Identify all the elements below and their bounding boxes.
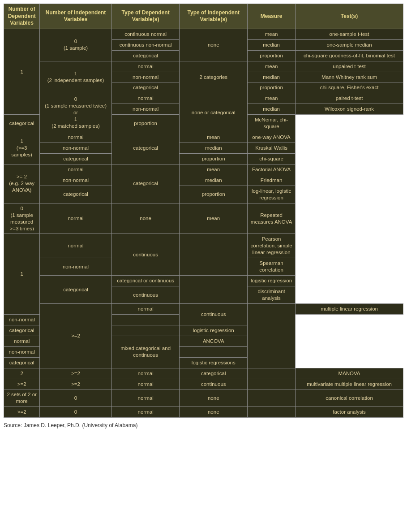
test-cell: Kruskal Wallis: [248, 143, 296, 154]
test-cell: logistic regressions: [180, 357, 248, 368]
measure-cell: proportion: [180, 154, 248, 164]
test-cell: chi-square, Fisher's exact: [296, 82, 403, 93]
dep-type-cell: categorical: [4, 115, 40, 132]
indep-vars-cell: >= 2(e.g. 2-way ANOVA): [4, 164, 40, 203]
indep-type-cell: 2 categories: [180, 61, 248, 93]
indep-vars-cell: 0(1 sample measured >=3 times): [4, 203, 40, 234]
dep-type-cell: normal: [111, 93, 180, 104]
test-cell: multivariate multiple linear regression: [296, 379, 403, 389]
measure-cell: median: [248, 39, 296, 50]
indep-type-cell: mixed categorical and continuous: [111, 336, 180, 368]
indep-vars-cell: >=2: [40, 368, 112, 379]
dep-vars-cell: >=2: [4, 379, 40, 389]
dep-type-cell: continuous normal: [111, 29, 180, 39]
measure-cell: [180, 276, 248, 304]
dep-type-cell: normal: [40, 203, 112, 234]
indep-type-cell: continuous: [180, 379, 248, 389]
measure-cell: mean: [180, 203, 248, 234]
indep-type-cell: continuous: [180, 303, 248, 325]
test-cell: [180, 346, 248, 357]
indep-type-cell: categorical: [111, 164, 180, 203]
test-cell: paired t-test: [296, 93, 403, 104]
measure-cell: [248, 303, 296, 368]
measure-cell: mean: [248, 61, 296, 72]
test-cell: Mann Whitney rank sum: [296, 72, 403, 82]
dep-type-cell: non-normal: [40, 175, 112, 186]
test-cell: Spearman correlation: [248, 258, 296, 276]
header-test: Test(s): [296, 4, 403, 29]
indep-type-cell: none: [180, 29, 248, 61]
measure-cell: [248, 368, 296, 379]
measure-cell: mean: [248, 93, 296, 104]
indep-type-cell: continuous: [111, 286, 180, 304]
indep-type-cell: continuous: [111, 234, 180, 276]
dep-type-cell: categorical: [4, 357, 40, 368]
dep-type-cell: non-normal: [111, 72, 180, 82]
measure-cell: proportion: [111, 115, 180, 132]
dep-type-cell: non-normal: [40, 143, 112, 154]
measure-cell: mean: [248, 29, 296, 39]
test-cell: Wilcoxon signed-rank: [296, 104, 403, 115]
test-cell: [111, 314, 180, 325]
test-cell: chi-square goodness-of-fit, binomial tes…: [296, 50, 403, 61]
header-indep-type: Type of Independent Variable(s): [180, 4, 248, 29]
dep-type-cell: non-normal: [4, 314, 40, 325]
indep-type-cell: none: [111, 203, 180, 234]
measure-cell: median: [180, 175, 248, 186]
dep-type-cell: normal: [111, 303, 180, 314]
header-indep-vars: Number of Independent Variables: [40, 4, 112, 29]
test-cell: one-sample median: [296, 39, 403, 50]
dep-type-cell: non-normal: [111, 104, 180, 115]
dep-type-cell: categorical: [111, 50, 180, 61]
measure-cell: proportion: [248, 50, 296, 61]
header-measure: Measure: [248, 4, 296, 29]
measure-cell: [248, 379, 296, 389]
indep-type-cell: categorical or continuous: [111, 276, 180, 286]
indep-vars-cell: >=2: [40, 379, 112, 389]
test-cell: McNemar, chi-square: [248, 115, 296, 132]
test-cell: unpaired t-test: [296, 61, 403, 72]
dep-type-cell: non-normal: [40, 258, 112, 276]
test-cell: logistic regression: [180, 325, 248, 336]
indep-vars-cell: 0: [40, 389, 112, 407]
measure-cell: proportion: [180, 186, 248, 203]
dep-type-cell: categorical: [4, 325, 40, 336]
dep-type-cell: normal: [111, 379, 180, 389]
measure-cell: mean: [180, 132, 248, 143]
header-dep-type: Type of Dependent Variable(s): [111, 4, 180, 29]
measure-cell: median: [180, 143, 248, 154]
dep-type-cell: normal: [111, 407, 180, 418]
dep-type-cell: categorical: [40, 276, 112, 304]
test-cell: Pearson correlation, simple linear regre…: [248, 234, 296, 258]
test-cell: Repeated measures ANOVA: [248, 203, 296, 234]
dep-type-cell: normal: [111, 368, 180, 379]
measure-cell: mean: [180, 164, 248, 175]
indep-type-cell: none: [180, 389, 248, 407]
test-cell: one-sample t-test: [296, 29, 403, 39]
indep-vars-cell: 0(1 sample): [40, 29, 112, 61]
dep-type-cell: normal: [40, 234, 112, 258]
dep-type-cell: normal: [40, 164, 112, 175]
test-cell: multiple linear regression: [296, 303, 403, 314]
dep-type-cell: normal: [111, 389, 180, 407]
measure-cell: [180, 234, 248, 276]
page-wrapper: Number of Dependent Variables Number of …: [0, 0, 407, 432]
measure-cell: median: [248, 104, 296, 115]
dep-vars-cell: >=2: [4, 407, 40, 418]
test-cell: discriminant analysis: [248, 286, 296, 304]
indep-vars-cell: 1: [4, 234, 40, 314]
dep-type-cell: non-normal: [4, 346, 40, 357]
indep-vars-cell: 0: [40, 407, 112, 418]
test-cell: ANCOVA: [180, 336, 248, 346]
stats-table: Number of Dependent Variables Number of …: [4, 4, 403, 418]
test-cell: one-way ANOVA: [248, 132, 296, 143]
test-cell: log-linear, logistic regression: [248, 186, 296, 203]
dep-vars-cell: 2: [4, 368, 40, 379]
test-cell: Factorial ANOVA: [248, 164, 296, 175]
measure-cell: [248, 389, 296, 407]
test-cell: Friedman: [248, 175, 296, 186]
test-cell: canonical correlation: [296, 389, 403, 407]
measure-cell: median: [248, 72, 296, 82]
source-attribution: Source: James D. Leeper, Ph.D. (Universi…: [4, 422, 403, 428]
header-dep-vars: Number of Dependent Variables: [4, 4, 40, 29]
